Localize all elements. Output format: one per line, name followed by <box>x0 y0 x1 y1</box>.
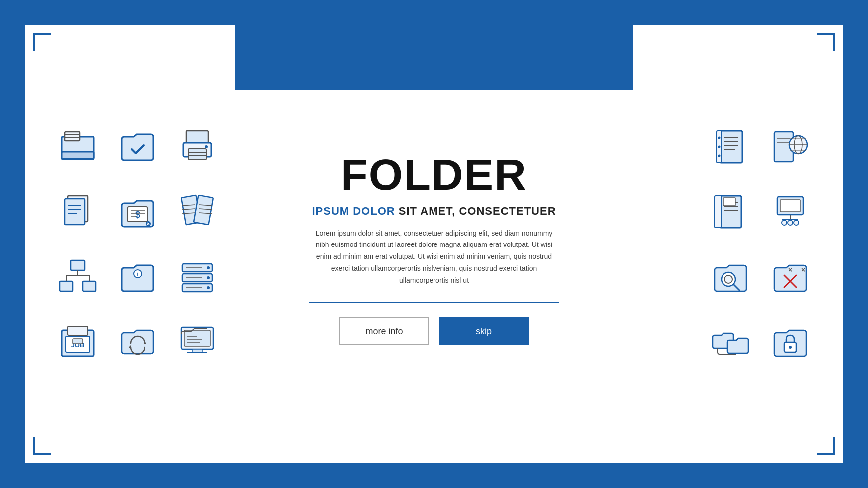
svg-text:i: i <box>137 271 139 277</box>
svg-rect-91 <box>723 198 735 206</box>
lock-folder-icon <box>767 318 814 365</box>
svg-point-49 <box>207 276 210 279</box>
svg-rect-87 <box>715 196 722 228</box>
svg-point-50 <box>207 286 210 289</box>
binder-icon <box>707 188 754 236</box>
svg-rect-16 <box>65 199 85 225</box>
server-folder-icon <box>174 253 221 300</box>
network-computer-icon <box>767 188 814 236</box>
svg-text:$: $ <box>135 210 140 220</box>
svg-rect-62 <box>184 330 210 346</box>
subtitle-blue: IPSUM DOLOR <box>312 205 395 217</box>
subtitle: IPSUM DOLOR SIT AMET, CONSECTETUER <box>312 205 556 218</box>
button-row: more info skip <box>339 317 529 345</box>
file-tray-icon <box>54 123 102 171</box>
finance-folder-icon: $ <box>114 188 161 236</box>
svg-rect-93 <box>780 200 800 212</box>
subtitle-dark: SIT AMET, CONSECTETUER <box>395 205 556 217</box>
bracket-bottom-left <box>33 437 51 455</box>
svg-rect-36 <box>71 260 85 270</box>
document-stack-icon <box>54 188 102 236</box>
right-icons-grid: × × <box>703 117 818 371</box>
svg-point-75 <box>718 137 721 139</box>
sync-folder-icon <box>114 318 161 365</box>
skip-button[interactable]: skip <box>439 317 529 345</box>
top-bar <box>235 25 633 90</box>
computer-folder-icon <box>174 318 221 365</box>
svg-rect-38 <box>83 281 96 291</box>
svg-rect-68 <box>720 131 742 163</box>
svg-text:×: × <box>788 266 792 274</box>
divider <box>309 302 559 303</box>
bracket-bottom-right <box>817 437 835 455</box>
svg-rect-7 <box>188 149 206 160</box>
search-folder-icon <box>707 253 754 300</box>
left-icons-grid: $ <box>50 117 225 371</box>
svg-rect-1 <box>65 132 80 141</box>
svg-rect-4 <box>62 152 94 159</box>
folder-check-icon <box>114 123 161 171</box>
svg-point-97 <box>788 220 793 225</box>
svg-rect-58 <box>73 339 83 344</box>
center-panel: FOLDER IPSUM DOLOR SIT AMET, CONSECTETUE… <box>309 133 559 356</box>
job-folder-icon: JOB <box>54 318 102 365</box>
svg-point-48 <box>207 266 210 269</box>
globe-book-icon <box>767 123 814 171</box>
main-title: FOLDER <box>341 153 527 197</box>
svg-point-100 <box>724 275 732 283</box>
error-folder-icon: × × <box>767 253 814 300</box>
svg-point-77 <box>718 155 721 157</box>
multi-folders-icon <box>707 318 754 365</box>
bracket-top-left <box>33 33 51 51</box>
body-text: Lorem ipsum dolor sit amet, consectetuer… <box>309 228 559 287</box>
main-card: $ <box>25 25 843 463</box>
svg-rect-37 <box>60 281 73 291</box>
svg-rect-55 <box>68 326 88 335</box>
notebook-icon <box>707 123 754 171</box>
svg-text:×: × <box>801 266 805 274</box>
more-info-button[interactable]: more info <box>339 317 429 345</box>
svg-point-10 <box>205 145 208 148</box>
svg-point-107 <box>789 346 792 349</box>
printer-icon <box>174 123 221 171</box>
svg-point-76 <box>718 146 721 148</box>
open-binder-icon <box>174 188 221 236</box>
svg-point-98 <box>794 220 799 225</box>
svg-point-96 <box>782 220 787 225</box>
info-folder-icon: i <box>114 253 161 300</box>
bracket-top-right <box>817 33 835 51</box>
network-folders-icon <box>54 253 102 300</box>
